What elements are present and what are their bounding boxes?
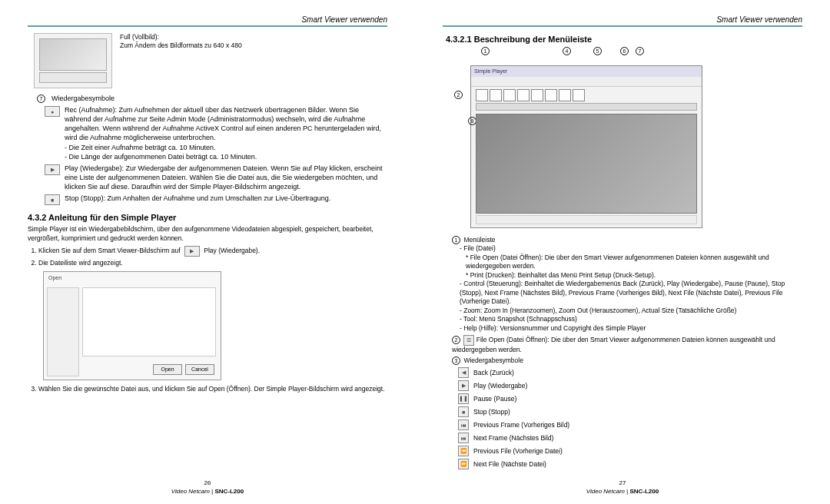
sym-pause: ❚❚Pause (Pause) (458, 393, 802, 404)
step1b: Play (Wiedergabe). (204, 247, 260, 254)
co-4: 4 (563, 47, 571, 55)
section-4-3-2-intro: Simple Player ist ein Wiedergabebildschi… (28, 225, 387, 243)
sym-back-label: Back (Zurück) (473, 369, 514, 376)
menu1-help: - Help (Hilfe): Versionsnummer und Copyr… (460, 324, 802, 333)
sym-next-file: ⏩Next File (Nächste Datei) (458, 458, 802, 469)
prev-frame-icon: ⏮ (458, 419, 469, 430)
player-menubar (471, 77, 702, 87)
page-rule (28, 25, 387, 27)
sym-back: ◀Back (Zurück) (458, 366, 802, 378)
viewer-thumbnail (34, 33, 112, 88)
full-note: Full (Vollbild): Zum Ändern des Bildform… (120, 33, 242, 51)
menu-1-block: 1 Menüleiste - File (Datei) * File Open … (452, 236, 802, 333)
dialog-filelist (82, 287, 216, 356)
player-callouts-wrap: 1 4 5 6 7 2 8 3 Simple Player (443, 47, 802, 228)
footer-product-right: Video Netcam (586, 488, 625, 495)
rec-b1: - Die Zeit einer Aufnahme beträgt ca. 10… (65, 143, 387, 152)
ctrl-play[interactable] (490, 89, 502, 101)
thumb-row: Full (Vollbild): Zum Ändern des Bildform… (34, 33, 387, 88)
rec-text-block: Rec (Aufnahme): Zum Aufnehmen der aktuel… (65, 105, 387, 161)
sym-stop: ■Stop (Stopp) (458, 406, 802, 417)
ctrl-back[interactable] (476, 89, 488, 101)
pause-icon: ❚❚ (458, 393, 469, 404)
top-callouts: 1 4 5 6 7 (470, 47, 802, 61)
menu1-fileopen: * File Open (Datei Öffnen): Die über den… (466, 254, 802, 271)
rec-b2: - Die Länge der aufgenommenen Datei betr… (65, 152, 387, 161)
dialog-open-button[interactable]: Open (153, 364, 182, 375)
circled-2: 2 (452, 336, 460, 344)
sym-nextframe-label: Next Frame (Nächstes Bild) (473, 434, 553, 442)
menu-3-block: 3 Wiedergabesymbole (452, 356, 802, 365)
sym-prevframe-label: Previous Frame (Vorheriges Bild) (473, 421, 569, 429)
co-1: 1 (481, 47, 490, 55)
footer-right: 27 Video Netcam | SNC-L200 (415, 479, 830, 495)
menu3-title: Wiedergabesymbole (463, 356, 523, 364)
step1a: Klicken Sie auf dem Smart Viewer-Bildsch… (38, 247, 181, 254)
footer-model-left: SNC-L200 (214, 488, 244, 495)
open-dialog-mock: Open Open Cancel (43, 271, 221, 380)
play-row: ▶ Play (Wiedergabe): Zur Wiedergabe der … (45, 164, 387, 191)
menu2-text: File Open (Datei Öffnen): Die über den S… (452, 336, 775, 353)
dialog-title: Open (48, 275, 61, 280)
rec-text: Rec (Aufnahme): Zum Aufnehmen der aktuel… (65, 105, 387, 143)
ctrl-pause[interactable] (503, 89, 516, 101)
co-2: 2 (454, 91, 463, 99)
ctrl-prev-frame[interactable] (531, 89, 543, 101)
next-frame-icon: ⏭ (458, 433, 469, 443)
section-4-3-2-1-title: 4.3.2.1 Beschreibung der Menüleiste (446, 35, 802, 44)
stop-icon: ■ (45, 194, 60, 205)
steps-list: Klicken Sie auf dem Smart Viewer-Bildsch… (28, 246, 387, 267)
footer-left: 26 Video Netcam | SNC-L200 (0, 479, 415, 495)
circled-7: 7 (37, 94, 45, 103)
play-text: Play (Wiedergabe): Zur Wiedergabe der au… (65, 164, 387, 191)
header-title-left: Smart Viewer verwenden (28, 15, 387, 24)
menu-2-block: 2 ☰ File Open (Datei Öffnen): Die über d… (452, 334, 802, 354)
co-6: 6 (620, 47, 629, 55)
document-spread: Smart Viewer verwenden Full (Vollbild): … (0, 0, 830, 504)
dialog-cancel-button[interactable]: Cancel (185, 364, 214, 375)
sym-pause-label: Pause (Pause) (473, 395, 516, 403)
stop-text: Stop (Stopp): Zum Anhalten der Aufnahme … (65, 194, 330, 205)
menu1-print: * Print (Drucken): Beinhaltet das Menü P… (466, 271, 802, 280)
co-5: 5 (593, 47, 602, 55)
footer-model-right: SNC-L200 (629, 488, 659, 495)
sym-next-frame: ⏭Next Frame (Nächstes Bild) (458, 432, 802, 443)
sym-stop-label: Stop (Stopp) (473, 408, 510, 416)
page-number-left: 26 (0, 479, 415, 486)
page-number-right: 27 (415, 479, 830, 486)
ctrl-next-frame[interactable] (545, 89, 557, 101)
sym-prev-file: ⏪Previous File (Vorherige Datei) (458, 445, 802, 456)
play-icon: ▶ (45, 164, 60, 175)
player-controls (476, 89, 697, 101)
player-slider[interactable] (476, 103, 697, 111)
player-status (476, 215, 697, 224)
menu1-tool: - Tool: Menü Snapshot (Schnappschuss) (460, 315, 802, 323)
sym-prev-frame: ⏮Previous Frame (Vorheriges Bild) (458, 419, 802, 430)
play-icon-r: ▶ (458, 380, 469, 391)
circled-1: 1 (452, 236, 460, 244)
menu1-title: Menüleiste (463, 236, 495, 244)
sym7-title: Wiedergabesymbole (51, 94, 115, 103)
full-desc: Zum Ändern des Bildformats zu 640 x 480 (120, 41, 242, 50)
dialog-sidebar (47, 287, 79, 376)
file-open-icon: ☰ (463, 335, 474, 346)
steps-list-cont: Wählen Sie die gewünschte Datei aus, und… (28, 385, 387, 393)
ctrl-stop[interactable] (517, 89, 530, 101)
sym-nextfile-label: Next File (Nächste Datei) (473, 460, 546, 468)
header-title-right: Smart Viewer verwenden (443, 15, 802, 24)
rec-row: ● Rec (Aufnahme): Zum Aufnehmen der aktu… (45, 105, 387, 161)
ctrl-prev-file[interactable] (559, 89, 571, 101)
step-1: Klicken Sie auf dem Smart Viewer-Bildsch… (38, 246, 387, 257)
step-3: Wählen Sie die gewünschte Datei aus, und… (38, 385, 387, 393)
prev-file-icon: ⏪ (458, 446, 469, 456)
stop-icon-r: ■ (458, 406, 469, 417)
player-titlebar: Simple Player (471, 66, 702, 78)
full-label: Full (Vollbild): (120, 33, 242, 41)
co-7: 7 (636, 47, 644, 55)
rec-icon: ● (45, 106, 60, 117)
section-4-3-2-title: 4.3.2 Anleitung für den Simple Player (28, 213, 387, 222)
footer-product-left: Video Netcam (171, 488, 210, 495)
ctrl-next-file[interactable] (573, 89, 585, 101)
back-icon: ◀ (458, 367, 469, 378)
menu1-file: - File (Datei) (460, 244, 802, 253)
